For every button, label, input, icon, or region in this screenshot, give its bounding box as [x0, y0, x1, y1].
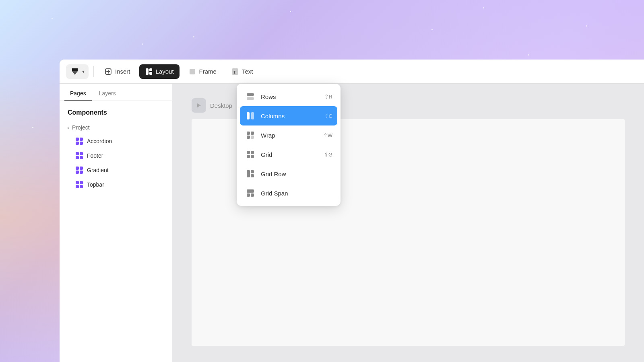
sidebar-item-gradient[interactable]: Gradient: [64, 163, 167, 177]
sidebar-item-topbar[interactable]: Topbar: [64, 177, 167, 192]
gradient-icon: [76, 167, 83, 174]
svg-rect-15: [251, 132, 254, 135]
tab-layers[interactable]: Layers: [93, 87, 122, 101]
frame-label: Frame: [199, 68, 217, 75]
layout-icon: [145, 68, 153, 76]
insert-label: Insert: [115, 68, 130, 75]
grid-icon: [245, 149, 256, 160]
group-arrow-icon: ▸: [68, 125, 70, 130]
rows-icon: [245, 91, 256, 102]
svg-rect-20: [247, 155, 250, 158]
svg-rect-19: [251, 151, 254, 154]
accordion-icon: [76, 138, 83, 145]
wrap-label: Wrap: [261, 132, 275, 139]
gradient-label: Gradient: [87, 167, 109, 173]
sidebar-item-accordion[interactable]: Accordion: [64, 134, 167, 148]
app-window: ▾ Insert Layout: [60, 60, 644, 362]
svg-rect-27: [251, 193, 254, 197]
svg-rect-13: [251, 112, 254, 119]
project-group: ▸ Project Accordion Footer Gradient: [60, 121, 172, 192]
svg-rect-25: [247, 189, 254, 193]
sidebar-tabs: Pages Layers: [60, 84, 172, 101]
gridspan-icon: [245, 187, 256, 199]
insert-icon: [104, 68, 112, 76]
layout-button[interactable]: Layout: [139, 64, 180, 79]
project-group-header[interactable]: ▸ Project: [64, 121, 167, 134]
toolbar-divider-1: [93, 66, 94, 77]
logo-icon: [70, 67, 80, 76]
project-group-label: Project: [72, 124, 90, 131]
svg-text:T: T: [233, 70, 236, 74]
columns-shortcut: ⇧C: [324, 113, 332, 119]
layout-label: Layout: [156, 68, 174, 75]
rows-label: Rows: [261, 93, 276, 100]
text-icon: T: [231, 68, 239, 76]
svg-rect-10: [247, 93, 254, 96]
wrap-icon: [245, 130, 256, 141]
menu-item-columns[interactable]: Columns ⇧C: [240, 106, 337, 125]
menu-item-wrap[interactable]: Wrap ⇧W: [240, 125, 337, 145]
topbar-label: Topbar: [87, 181, 104, 188]
svg-rect-24: [251, 174, 254, 177]
gridrow-label: Grid Row: [261, 171, 286, 177]
footer-icon: [76, 152, 83, 159]
play-button[interactable]: [192, 98, 206, 113]
logo-button[interactable]: ▾: [66, 64, 89, 79]
topbar-icon: [76, 181, 83, 188]
gridspan-label: Grid Span: [261, 190, 288, 197]
menu-item-gridrow[interactable]: Grid Row: [240, 164, 337, 183]
logo-dropdown-arrow: ▾: [82, 69, 85, 74]
columns-icon: [245, 110, 256, 121]
rows-shortcut: ⇧R: [324, 94, 332, 100]
columns-label: Columns: [261, 113, 285, 119]
grid-shortcut: ⇧G: [324, 152, 332, 158]
footer-label: Footer: [87, 152, 103, 159]
svg-rect-21: [251, 155, 254, 158]
gridrow-icon: [245, 168, 256, 179]
svg-rect-5: [149, 72, 152, 75]
svg-rect-16: [247, 136, 250, 139]
svg-rect-11: [247, 97, 254, 100]
frame-button[interactable]: Frame: [183, 64, 222, 79]
svg-rect-12: [247, 112, 250, 119]
svg-marker-9: [197, 103, 201, 107]
svg-rect-17: [251, 136, 254, 139]
toolbar: ▾ Insert Layout: [60, 60, 644, 84]
svg-rect-6: [190, 69, 195, 74]
svg-rect-23: [251, 170, 254, 173]
svg-rect-3: [146, 68, 149, 75]
svg-rect-18: [247, 151, 250, 154]
tab-pages[interactable]: Pages: [64, 87, 92, 101]
wrap-shortcut: ⇧W: [323, 132, 332, 138]
sidebar: Pages Layers Components ▸ Project Accord…: [60, 84, 172, 362]
svg-rect-22: [247, 170, 250, 177]
menu-item-rows[interactable]: Rows ⇧R: [240, 87, 337, 106]
menu-item-grid[interactable]: Grid ⇧G: [240, 145, 337, 164]
text-label: Text: [242, 68, 253, 75]
frame-icon: [188, 68, 196, 76]
svg-rect-14: [247, 132, 250, 135]
sidebar-item-footer[interactable]: Footer: [64, 148, 167, 163]
svg-rect-26: [247, 193, 250, 197]
grid-label: Grid: [261, 151, 272, 158]
text-button[interactable]: T Text: [225, 64, 259, 79]
menu-item-gridspan[interactable]: Grid Span: [240, 183, 337, 203]
section-title: Components: [60, 101, 172, 121]
accordion-label: Accordion: [87, 138, 112, 144]
layout-dropdown: Rows ⇧R Columns ⇧C: [237, 84, 341, 206]
svg-rect-4: [149, 68, 152, 71]
insert-button[interactable]: Insert: [99, 64, 136, 79]
